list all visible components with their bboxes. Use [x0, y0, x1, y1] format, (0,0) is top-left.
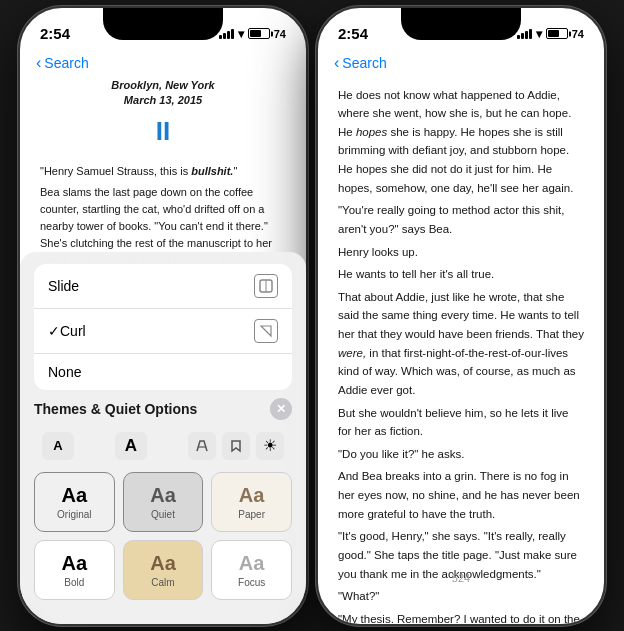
theme-aa-calm: Aa: [150, 553, 176, 573]
themes-header: Themes & Quiet Options ✕: [34, 398, 292, 420]
nav-bar-left: ‹ Search: [20, 52, 306, 78]
right-phone: 2:54 ▾ 74 ‹: [316, 6, 606, 626]
theme-label-quiet: Quiet: [151, 509, 175, 520]
option-checkmark: ✓: [48, 323, 60, 339]
chapter-number: II: [40, 112, 286, 151]
font-style-button[interactable]: [188, 432, 216, 460]
notch-left: [103, 8, 223, 40]
theme-label-focus: Focus: [238, 577, 265, 588]
device-container: 2:54 ▾ 74 ‹: [18, 6, 606, 626]
book-text-right: He does not know what happened to Addie,…: [318, 78, 604, 624]
theme-calm[interactable]: Aa Calm: [123, 540, 204, 600]
theme-bold[interactable]: Aa Bold: [34, 540, 115, 600]
theme-aa-focus: Aa: [239, 553, 265, 573]
battery-level-right: 74: [572, 28, 584, 40]
curl-label: Curl: [60, 323, 86, 339]
themes-title: Themes & Quiet Options: [34, 401, 197, 417]
notch-right: [401, 8, 521, 40]
back-button-right[interactable]: ‹ Search: [334, 54, 387, 72]
theme-focus[interactable]: Aa Focus: [211, 540, 292, 600]
signal-icon-right: [517, 29, 532, 39]
slide-icon: [254, 274, 278, 298]
brightness-button[interactable]: ☀: [256, 432, 284, 460]
book-scrollable-right: He does not know what happened to Addie,…: [318, 78, 604, 624]
left-phone: 2:54 ▾ 74 ‹: [18, 6, 308, 626]
none-option[interactable]: None: [34, 354, 292, 390]
back-label-right: Search: [342, 55, 386, 71]
status-time-left: 2:54: [40, 25, 70, 42]
theme-aa-paper: Aa: [239, 485, 265, 505]
theme-aa-quiet: Aa: [150, 485, 176, 505]
book-header: Brooklyn, New YorkMarch 13, 2015 II: [40, 78, 286, 152]
curl-option[interactable]: ✓ Curl: [34, 309, 292, 354]
none-label: None: [48, 364, 81, 380]
font-large-button[interactable]: A: [115, 432, 147, 460]
wifi-icon-right: ▾: [536, 27, 542, 41]
chevron-left-icon: ‹: [36, 54, 41, 72]
transition-options: Slide ✓ Curl None: [34, 264, 292, 390]
bookmark-button[interactable]: [222, 432, 250, 460]
status-icons-right: ▾ 74: [517, 27, 584, 41]
nav-bar-right: ‹ Search: [318, 52, 604, 78]
theme-quiet[interactable]: Aa Quiet: [123, 472, 204, 532]
slide-label: Slide: [48, 278, 79, 294]
battery-icon-left: [248, 28, 270, 39]
theme-label-calm: Calm: [151, 577, 174, 588]
back-button-left[interactable]: ‹ Search: [36, 54, 89, 72]
extra-controls: ☀: [188, 432, 284, 460]
book-location: Brooklyn, New YorkMarch 13, 2015: [40, 78, 286, 109]
curl-icon: [254, 319, 278, 343]
slide-option[interactable]: Slide: [34, 264, 292, 309]
theme-aa-bold: Aa: [62, 553, 88, 573]
theme-label-original: Original: [57, 509, 91, 520]
theme-label-paper: Paper: [238, 509, 265, 520]
wifi-icon: ▾: [238, 27, 244, 41]
theme-original[interactable]: Aa Original: [34, 472, 115, 532]
bottom-panel: Slide ✓ Curl None: [20, 252, 306, 624]
battery-level-left: 74: [274, 28, 286, 40]
status-time-right: 2:54: [338, 25, 368, 42]
chevron-left-icon-right: ‹: [334, 54, 339, 72]
font-small-button[interactable]: A: [42, 432, 74, 460]
theme-grid: Aa Original Aa Quiet Aa Paper Aa Bold: [34, 472, 292, 600]
font-controls-row: A A ☀: [34, 428, 292, 464]
signal-icon: [219, 29, 234, 39]
battery-icon-right: [546, 28, 568, 39]
theme-label-bold: Bold: [64, 577, 84, 588]
page-number: 524: [318, 572, 604, 594]
back-label-left: Search: [44, 55, 88, 71]
theme-paper[interactable]: Aa Paper: [211, 472, 292, 532]
close-button[interactable]: ✕: [270, 398, 292, 420]
status-icons-left: ▾ 74: [219, 27, 286, 41]
theme-aa-original: Aa: [62, 485, 88, 505]
